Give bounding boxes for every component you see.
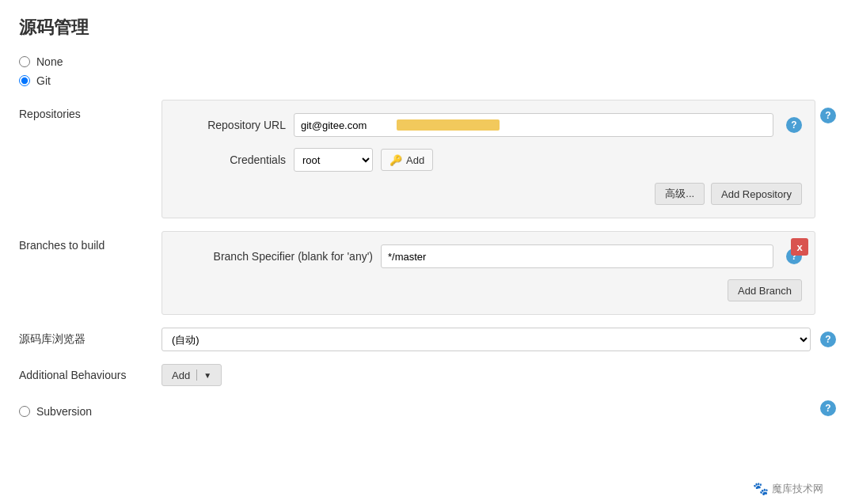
source-browser-row: 源码库浏览器 (自动) ? — [19, 328, 836, 351]
branch-specifier-label: Branch Specifier (blank for 'any') — [175, 250, 373, 263]
credentials-add-label: Add — [406, 154, 424, 166]
source-browser-label: 源码库浏览器 — [19, 332, 162, 347]
radio-subversion-label: Subversion — [36, 405, 92, 418]
source-browser-help-icon[interactable]: ? — [820, 332, 836, 347]
credentials-select[interactable]: root none — [294, 148, 373, 172]
radio-none-input[interactable] — [19, 56, 30, 67]
repo-url-row: Repository URL ? — [175, 113, 802, 137]
repositories-button-row: 高级... Add Repository — [175, 183, 802, 205]
repositories-section-with-help: Repository URL ? Credentials root none — [162, 100, 836, 218]
branches-content: x Branch Specifier (blank for 'any') ? A… — [162, 231, 815, 315]
url-overlay — [397, 119, 500, 131]
credentials-row: Credentials root none 🔑 Add — [175, 148, 802, 172]
watermark-text: 魔库技术网 — [772, 482, 823, 496]
radio-none[interactable]: None — [19, 55, 836, 68]
bottom-right: 🐾 魔库技术网 ? — [815, 400, 836, 416]
additional-behaviours-label: Additional Behaviours — [19, 369, 162, 381]
additional-behaviours-add-button[interactable]: Add ▼ — [162, 364, 222, 386]
branches-section-with-help: x Branch Specifier (blank for 'any') ? A… — [162, 231, 836, 315]
radio-git[interactable]: Git — [19, 74, 836, 87]
branch-specifier-row: Branch Specifier (blank for 'any') ? — [175, 244, 802, 268]
repositories-section-row: Repositories Repository URL ? Credential… — [19, 100, 836, 218]
repositories-content: Repository URL ? Credentials root none — [162, 100, 815, 218]
advanced-button[interactable]: 高级... — [655, 183, 705, 205]
subversion-row: Subversion 🐾 魔库技术网 ? — [19, 399, 836, 418]
repositories-label: Repositories — [19, 100, 162, 120]
branches-button-row: Add Branch — [175, 279, 802, 301]
repo-url-label: Repository URL — [175, 119, 286, 131]
credentials-add-button[interactable]: 🔑 Add — [381, 149, 433, 171]
add-repository-button[interactable]: Add Repository — [711, 183, 802, 205]
repositories-help-icon[interactable]: ? — [820, 108, 836, 123]
branch-specifier-input[interactable] — [381, 244, 773, 268]
watermark-icon: 🐾 — [753, 481, 769, 496]
radio-none-label: None — [36, 55, 63, 68]
repo-url-input-wrapper — [294, 113, 773, 137]
radio-git-label: Git — [36, 74, 51, 87]
radio-subversion-input[interactable] — [19, 406, 30, 417]
add-dropdown-label: Add — [172, 369, 190, 381]
watermark: 🐾 魔库技术网 — [753, 481, 823, 496]
repo-url-help-icon[interactable]: ? — [786, 117, 802, 133]
dropdown-arrow-icon: ▼ — [203, 371, 211, 380]
branches-label: Branches to build — [19, 231, 162, 252]
add-branch-button[interactable]: Add Branch — [728, 279, 802, 301]
page-title: 源码管理 — [19, 16, 836, 40]
radio-subversion[interactable]: Subversion — [19, 405, 92, 418]
radio-group: None Git — [19, 55, 836, 87]
repo-url-input[interactable] — [294, 113, 773, 137]
browser-select-wrapper: (自动) ? — [162, 328, 836, 351]
radio-git-input[interactable] — [19, 75, 30, 86]
credentials-label: Credentials — [175, 153, 286, 166]
page-wrapper: 源码管理 None Git Repositories Repository UR… — [0, 0, 855, 504]
key-icon: 🔑 — [390, 154, 402, 166]
branches-section-row: Branches to build x Branch Specifier (bl… — [19, 231, 836, 315]
bottom-help-icon[interactable]: ? — [820, 400, 836, 416]
additional-behaviours-row: Additional Behaviours Add ▼ — [19, 364, 836, 386]
branches-remove-button[interactable]: x — [791, 238, 808, 256]
dropdown-divider — [196, 369, 197, 381]
browser-select[interactable]: (自动) — [162, 328, 811, 351]
